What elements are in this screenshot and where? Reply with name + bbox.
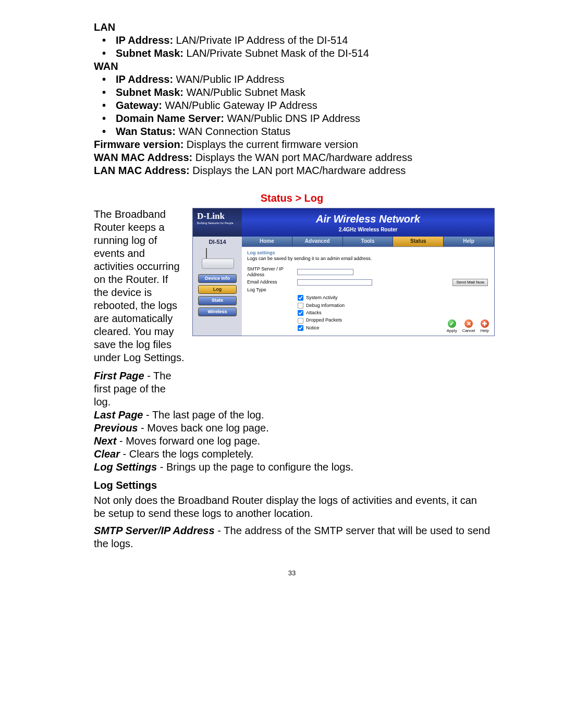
help-button[interactable]: ✚Help: [481, 319, 489, 334]
tab-status[interactable]: Status: [393, 237, 444, 246]
list-item: Subnet Mask: LAN/Private Subnet Mask of …: [114, 47, 490, 60]
router-title: Air Wireless Network 2.4GHz Wireless Rou…: [242, 208, 494, 237]
firstpage-def: First Page - The first page of the log.: [94, 369, 185, 409]
router-content: Log settings Logs can be saved by sendin…: [242, 247, 494, 336]
sidebar-item-stats[interactable]: Stats: [198, 296, 237, 305]
list-item: Gateway: WAN/Public Gateway IP Address: [114, 99, 490, 112]
log-def: Next - Moves forward one log page.: [94, 435, 490, 448]
checkbox-attacks[interactable]: [298, 310, 303, 316]
smtp-server-label: SMTP Server / IP Address: [247, 266, 297, 278]
wan-heading: WAN: [94, 60, 490, 73]
firmware-label: Firmware version:: [94, 139, 183, 150]
log-def: Log Settings - Brings up the page to con…: [94, 461, 490, 474]
firmware-line: Firmware version: Displays the current f…: [94, 138, 490, 151]
router-logo: D-Link Building Networks for People: [193, 208, 242, 237]
router-screenshot: D-Link Building Networks for People Air …: [192, 208, 495, 336]
send-mail-now-button[interactable]: Send Mail Now: [452, 279, 488, 286]
checkbox-notice[interactable]: [298, 325, 303, 331]
smtp-paragraph: SMTP Server/IP Address - The address of …: [94, 524, 490, 550]
log-def: Clear - Clears the logs completely.: [94, 448, 490, 461]
wanmac-desc: Displays the WAN port MAC/hardware addre…: [192, 152, 412, 163]
router-actions: ✓Apply✕Cancel✚Help: [447, 319, 489, 334]
lan-list: IP Address: LAN/Private IP Address of th…: [94, 34, 490, 60]
status-log-heading: Status > Log: [94, 192, 490, 205]
log-settings-paragraph: Not only does the Broadband Router displ…: [94, 494, 490, 520]
router-model: DI-514: [196, 239, 239, 246]
list-item: IP Address: LAN/Private IP Address of th…: [114, 34, 490, 47]
router-sidebar: DI-514 Device InfoLogStatsWireless: [193, 237, 242, 336]
list-item: IP Address: WAN/Public IP Address: [114, 73, 490, 86]
wan-list: IP Address: WAN/Public IP AddressSubnet …: [94, 73, 490, 138]
tab-home[interactable]: Home: [242, 237, 292, 246]
apply-icon: ✓: [448, 319, 456, 328]
list-item: Subnet Mask: WAN/Public Subnet Mask: [114, 86, 490, 99]
log-type-label: Log Type: [247, 287, 297, 293]
smtp-server-input[interactable]: [297, 269, 353, 275]
wanmac-label: WAN MAC Address:: [94, 152, 192, 163]
sidebar-item-device-info[interactable]: Device Info: [198, 274, 237, 283]
tab-advanced[interactable]: Advanced: [292, 237, 343, 246]
list-item: Domain Name Server: WAN/Public DNS IP Ad…: [114, 112, 490, 125]
firmware-desc: Displays the current firmware version: [183, 139, 358, 150]
log-def: Last Page - The last page of the log.: [94, 409, 490, 422]
list-item: Wan Status: WAN Connection Status: [114, 125, 490, 138]
router-device-image: [199, 249, 236, 270]
email-address-label: Email Address: [247, 279, 297, 285]
checkbox-debug-information[interactable]: [298, 303, 303, 309]
log-settings-desc: Logs can be saved by sending it to an ad…: [247, 256, 488, 262]
log-type-option[interactable]: System Activity: [297, 294, 488, 301]
email-address-input[interactable]: [297, 279, 372, 286]
tab-tools[interactable]: Tools: [343, 237, 394, 246]
sidebar-item-wireless[interactable]: Wireless: [198, 307, 237, 316]
router-tabs: HomeAdvancedToolsStatusHelp: [242, 237, 494, 247]
log-settings-title: Log settings: [247, 250, 488, 256]
lanmac-line: LAN MAC Address: Displays the LAN port M…: [94, 164, 490, 177]
help-icon: ✚: [481, 319, 489, 328]
lanmac-desc: Displays the LAN port MAC/hardware addre…: [190, 165, 406, 176]
tab-help[interactable]: Help: [444, 237, 494, 246]
page-number: 33: [94, 569, 490, 577]
cancel-button[interactable]: ✕Cancel: [462, 319, 475, 334]
checkbox-dropped-packets[interactable]: [298, 318, 303, 324]
lanmac-label: LAN MAC Address:: [94, 165, 190, 176]
log-type-option[interactable]: Debug Information: [297, 302, 488, 309]
log-def: Previous - Moves back one log page.: [94, 422, 490, 435]
wanmac-line: WAN MAC Address: Displays the WAN port M…: [94, 151, 490, 164]
log-definitions: Last Page - The last page of the log.Pre…: [94, 409, 490, 474]
intro-text: The Broadband Router keeps a running log…: [94, 208, 184, 363]
cancel-icon: ✕: [464, 319, 473, 328]
log-type-option[interactable]: Attacks: [297, 309, 488, 316]
sidebar-item-log[interactable]: Log: [198, 285, 237, 294]
apply-button[interactable]: ✓Apply: [447, 319, 457, 334]
checkbox-system-activity[interactable]: [298, 295, 303, 301]
log-settings-heading: Log Settings: [94, 479, 490, 492]
lan-heading: LAN: [94, 21, 490, 34]
